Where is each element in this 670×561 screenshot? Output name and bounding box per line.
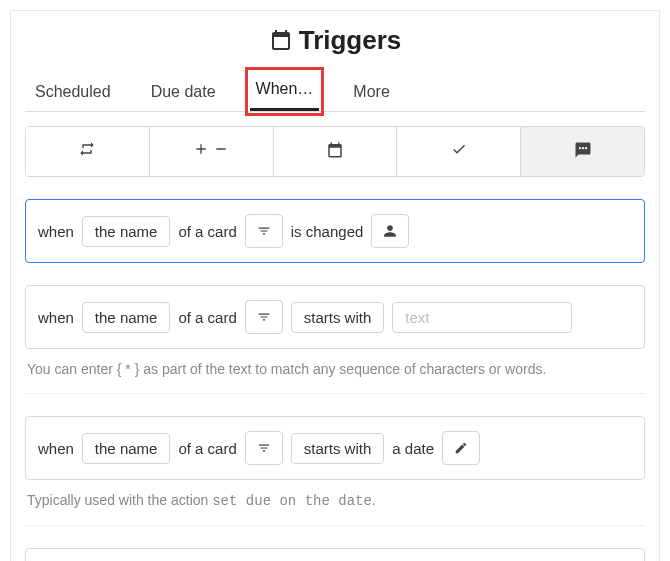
divider: [25, 525, 645, 526]
hint-text: Typically used with the action: [27, 492, 212, 508]
category-date[interactable]: [273, 127, 397, 176]
field-selector[interactable]: the name: [82, 433, 171, 464]
condition-selector[interactable]: starts with: [291, 302, 385, 333]
page-title-text: Triggers: [299, 25, 402, 55]
condition-selector[interactable]: starts with: [291, 433, 385, 464]
triggers-panel: Triggers Scheduled Due date When… More w…: [10, 10, 660, 561]
hint-code: set due on the date: [212, 493, 372, 509]
hint-text: .: [372, 492, 376, 508]
category-check[interactable]: [396, 127, 520, 176]
tab-more[interactable]: More: [347, 75, 395, 111]
text-input[interactable]: text: [392, 302, 572, 333]
rule-text: is changed: [291, 223, 364, 240]
user-button[interactable]: [371, 214, 409, 248]
calendar-icon: [269, 28, 293, 52]
rule-text: of a card: [178, 309, 236, 326]
user-icon: [383, 224, 397, 238]
swap-icon: [77, 141, 97, 157]
rule-comment-posted[interactable]: when a comment is posted to a card: [25, 548, 645, 561]
trigger-category-row: [25, 126, 645, 177]
tab-scheduled[interactable]: Scheduled: [29, 75, 117, 111]
rule-text: a date: [392, 440, 434, 457]
page-title: Triggers: [25, 25, 645, 56]
filter-button[interactable]: [245, 300, 283, 334]
field-selector[interactable]: the name: [82, 216, 171, 247]
filter-button[interactable]: [245, 214, 283, 248]
hint-wildcard: You can enter { * } as part of the text …: [27, 361, 643, 377]
filter-icon: [257, 310, 271, 324]
edit-button[interactable]: [442, 431, 480, 465]
tabs: Scheduled Due date When… More: [25, 72, 645, 112]
category-add-remove[interactable]: [149, 127, 273, 176]
category-move[interactable]: [26, 127, 149, 176]
plus-icon: [193, 141, 209, 157]
tab-due-date[interactable]: Due date: [145, 75, 222, 111]
rule-text: of a card: [178, 440, 236, 457]
rule-text: when: [38, 223, 74, 240]
tab-when[interactable]: When…: [250, 72, 320, 111]
check-icon: [449, 141, 469, 157]
minus-icon: [213, 141, 229, 157]
filter-icon: [257, 441, 271, 455]
rule-name-changed[interactable]: when the name of a card is changed: [25, 199, 645, 263]
rule-text: of a card: [178, 223, 236, 240]
edit-icon: [454, 441, 468, 455]
category-comment[interactable]: [520, 127, 644, 176]
field-selector[interactable]: the name: [82, 302, 171, 333]
filter-button[interactable]: [245, 431, 283, 465]
calendar-icon: [326, 141, 344, 159]
hint-set-due: Typically used with the action set due o…: [27, 492, 643, 509]
rule-name-starts-with-date[interactable]: when the name of a card starts with a da…: [25, 416, 645, 480]
rule-name-starts-with-text[interactable]: when the name of a card starts with text: [25, 285, 645, 349]
rule-text: when: [38, 309, 74, 326]
filter-icon: [257, 224, 271, 238]
divider: [25, 393, 645, 394]
comment-icon: [573, 141, 593, 159]
rule-text: when: [38, 440, 74, 457]
